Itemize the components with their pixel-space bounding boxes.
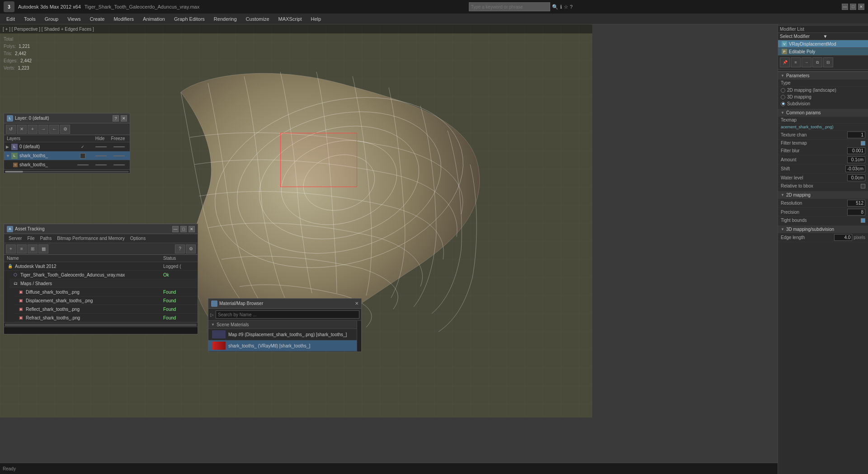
viewport-label-text: [ + ] [ Perspective ] [ Shaded + Edged F…	[3, 27, 94, 32]
menu-rendering[interactable]: Rendering	[209, 14, 241, 24]
info-icon[interactable]: ℹ	[560, 4, 562, 10]
asset-row-reflect[interactable]: ▣ Reflect_shark_tooths_.png Found	[15, 305, 198, 314]
asset-question-btn[interactable]: ?	[175, 244, 185, 253]
filter-texmap-row[interactable]: Filter texmap	[778, 140, 868, 146]
asset-minimize-btn[interactable]: —	[172, 226, 179, 232]
rp-copy-icon[interactable]: ⧉	[812, 57, 822, 67]
asset-row-vault[interactable]: 🔒 Autodesk Vault 2012 Logged (	[4, 262, 198, 271]
mb-close-btn[interactable]: ✕	[355, 301, 359, 306]
relative-bbox-row[interactable]: Relative to bbox	[778, 183, 868, 189]
menu-modifiers[interactable]: Modifiers	[109, 14, 138, 24]
mb-search-input[interactable]	[216, 310, 359, 319]
layers-question-btn[interactable]: ?	[113, 115, 119, 122]
status-bar: Ready	[0, 463, 778, 474]
asset-maximize-btn[interactable]: □	[180, 226, 187, 232]
rp-paste-icon[interactable]: ⊟	[823, 57, 833, 67]
rp-stack-icon[interactable]: ≡	[791, 57, 801, 67]
search-icon[interactable]: 🔍	[552, 4, 558, 10]
viewport[interactable]: [ + ] [ Perspective ] [ Shaded + Edged F…	[0, 24, 592, 418]
mb-section-header[interactable]: ▼ Scene Materials	[208, 321, 357, 329]
layer-refresh-btn[interactable]: ↺	[6, 125, 16, 134]
layer-settings-btn[interactable]: ⚙	[60, 125, 70, 134]
asset-row-refract[interactable]: ▣ Refract_shark_tooths_.png Found	[15, 314, 198, 322]
asset-menu-server[interactable]: Server	[6, 236, 24, 241]
layers-scrollbar[interactable]	[4, 169, 130, 173]
menu-group[interactable]: Group	[40, 14, 63, 24]
layer-delete-btn[interactable]: ✕	[17, 125, 27, 134]
radio-3d-dot[interactable]	[781, 95, 785, 99]
modifier-vray-displacement[interactable]: V VRayDisplacementMod	[778, 40, 868, 48]
rp-sub-icon[interactable]: →	[802, 57, 811, 67]
relative-bbox-checkbox[interactable]	[861, 184, 865, 188]
layer-checkbox-shark[interactable]	[80, 153, 85, 159]
params-collapse-icon[interactable]: ▼	[781, 74, 784, 78]
menu-tools[interactable]: Tools	[19, 14, 40, 24]
mb-expand-icon[interactable]: ▷	[210, 312, 214, 317]
search-input[interactable]	[469, 2, 550, 11]
layer-row-shark-obj[interactable]: ○ shark_tooths_	[4, 160, 130, 169]
modifier-list-dropdown[interactable]: Select Modifier ▼	[778, 33, 868, 40]
common-params-collapse[interactable]: ▼	[781, 111, 784, 115]
asset-add-btn[interactable]: +	[6, 244, 16, 253]
asset-list-btn[interactable]: ≡	[17, 244, 27, 253]
filter-texmap-checkbox[interactable]	[861, 141, 865, 145]
3d-mapping-collapse[interactable]: ▼	[781, 227, 784, 231]
layers-scrollbar-track	[5, 171, 129, 173]
maximize-button[interactable]: □	[850, 4, 856, 10]
radio-3d-mapping[interactable]: 3D mapping	[778, 94, 868, 100]
layer-row-default[interactable]: ▶ L 0 (default) ✓	[4, 142, 130, 151]
close-button[interactable]: ✕	[858, 4, 864, 10]
asset-close-btn[interactable]: ✕	[189, 226, 195, 232]
asset-grid-btn[interactable]: ⊞	[28, 244, 38, 253]
texmap-value-row: acement_shark_tooths_.png)	[778, 124, 868, 131]
radio-2d-mapping[interactable]: 2D mapping (landscape)	[778, 87, 868, 94]
asset-menu-file[interactable]: File	[24, 236, 37, 241]
layers-header: Layers Hide Freeze	[4, 135, 130, 142]
asset-settings-btn[interactable]: ⚙	[186, 244, 196, 253]
menu-maxscript[interactable]: MAXScript	[274, 14, 307, 24]
asset-row-displacement[interactable]: ▣ Displacement_shark_tooths_.png Found	[15, 296, 198, 305]
vault-icon: 🔒	[7, 263, 13, 269]
mb-item-displacement[interactable]: Map #9 (Displacement_shark_tooths_.png) …	[208, 329, 357, 340]
menu-help[interactable]: Help	[307, 14, 326, 24]
tight-bounds-row[interactable]: Tight bounds	[778, 217, 868, 224]
menu-animation[interactable]: Animation	[138, 14, 170, 24]
minimize-button[interactable]: —	[842, 4, 848, 10]
layer-move-from-btn[interactable]: ←	[49, 125, 59, 134]
asset-row-diffuse[interactable]: ▣ Diffuse_shark_tooths_.png Found	[15, 288, 198, 296]
asset-row-max[interactable]: ⬡ Tiger_Shark_Tooth_Galeocerdo_Aduncus_v…	[9, 271, 198, 279]
radio-subdivision[interactable]: Subdivision	[778, 100, 868, 107]
layer-freeze-shark-obj	[92, 164, 110, 165]
asset-menu-options[interactable]: Options	[127, 236, 148, 241]
layer-add-btn[interactable]: +	[28, 125, 38, 134]
max-icon: ⬡	[12, 272, 19, 278]
tight-bounds-checkbox[interactable]	[861, 218, 865, 223]
layers-scrollbar-thumb[interactable]	[5, 171, 23, 173]
menu-create[interactable]: Create	[85, 14, 109, 24]
menu-edit[interactable]: Edit	[2, 14, 19, 24]
help-icon[interactable]: ?	[570, 4, 573, 9]
menu-views[interactable]: Views	[63, 14, 85, 24]
layer-move-to-btn[interactable]: →	[38, 125, 48, 134]
rp-bottom-icons: 📌 ≡ → ⧉ ⊟	[778, 56, 868, 70]
star-icon[interactable]: ☆	[564, 4, 568, 10]
menu-customize[interactable]: Customize	[241, 14, 274, 24]
radio-subdivision-dot[interactable]	[781, 102, 785, 106]
radio-2d-dot[interactable]	[781, 88, 785, 93]
asset-row-maps[interactable]: 🗂 Maps / Shaders	[9, 279, 198, 288]
layer-row-shark[interactable]: ▼ L shark_tooths_	[4, 151, 130, 160]
mb-item-vray[interactable]: shark_tooths_ (VRayMtl) [shark_tooths_]	[208, 340, 357, 352]
asset-menu-bitmap[interactable]: Bitmap Performance and Memory	[54, 236, 127, 241]
modifier-editable-poly[interactable]: P Editable Poly	[778, 48, 868, 56]
tight-bounds-label: Tight bounds	[781, 218, 859, 223]
2d-mapping-collapse[interactable]: ▼	[781, 193, 784, 197]
layers-close-btn[interactable]: ✕	[121, 115, 127, 122]
asset-scrollbar[interactable]	[4, 322, 198, 327]
title-bar-left: 3 Autodesk 3ds Max 2012 x64 Tiger_Shark_…	[4, 1, 199, 12]
asset-details-btn[interactable]: ▦	[38, 244, 48, 253]
modifier-dropdown-label: Select Modifier	[780, 34, 823, 39]
asset-menu-paths[interactable]: Paths	[38, 236, 55, 241]
menu-graph-editors[interactable]: Graph Editors	[170, 14, 209, 24]
rp-pin-icon[interactable]: 📌	[780, 57, 790, 67]
mb-scrollbar[interactable]	[357, 321, 361, 352]
